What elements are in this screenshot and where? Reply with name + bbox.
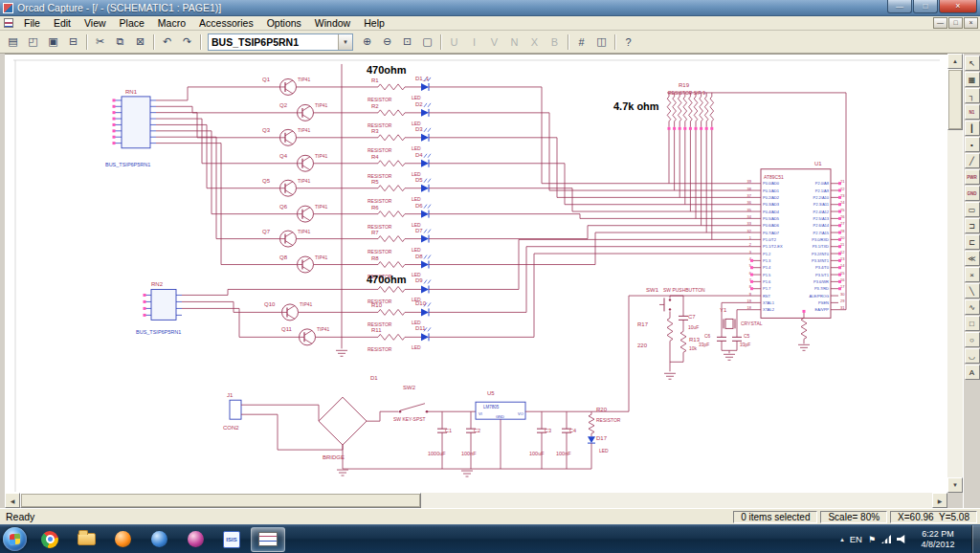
horizontal-scroll-track[interactable] (20, 493, 932, 508)
menu-window[interactable]: Window (308, 16, 357, 30)
svg-text:Q6: Q6 (279, 204, 288, 210)
schematic-canvas[interactable]: Q1TIP41R1RESISTORD1_1LEDQ2TIP41R2RESISTO… (5, 55, 947, 493)
language-indicator[interactable]: EN (850, 534, 862, 544)
place-bus-entry-tool[interactable]: ╱ (965, 153, 980, 168)
place-ground-tool[interactable]: GND (965, 186, 980, 201)
mdi-minimize-button[interactable]: — (933, 17, 947, 29)
zoom-in-button[interactable]: ⊕ (358, 33, 376, 51)
orcad-icon (258, 532, 278, 546)
print-button[interactable]: ⊟ (64, 33, 82, 51)
toolbar-separator (86, 34, 87, 50)
part-search-combo[interactable]: BUS_TSIP6P5RN1 ▼ (208, 33, 353, 51)
menu-options[interactable]: Options (260, 16, 308, 30)
volume-icon[interactable] (897, 535, 907, 543)
copy-button[interactable]: ⧉ (111, 33, 129, 51)
svg-text:D17: D17 (596, 435, 608, 441)
horizontal-scrollbar[interactable]: ◀ ▶ (5, 493, 947, 508)
minimize-button[interactable]: — (887, 0, 912, 13)
menu-help[interactable]: Help (357, 16, 391, 30)
place-junction-tool[interactable]: • (965, 137, 980, 152)
tray-chevron-icon[interactable]: ▴ (840, 536, 844, 543)
polyline-tool[interactable]: ∿ (965, 299, 980, 315)
toolbar-separator (440, 34, 441, 50)
svg-text:U1: U1 (814, 161, 822, 166)
menu-view[interactable]: View (78, 16, 113, 30)
menu-edit[interactable]: Edit (47, 16, 78, 30)
ellipse-tool[interactable]: ○ (965, 332, 980, 347)
snap-to-grid-button[interactable]: # (572, 33, 590, 51)
title-bar: Orcad Capture - [/ - (SCHEMATIC1 : PAGE1… (0, 0, 980, 16)
taskbar-media-player[interactable] (105, 527, 140, 552)
text-tool[interactable]: A (965, 365, 980, 380)
save-document-button[interactable]: ▣ (44, 33, 62, 51)
no-connect-tool[interactable]: × (965, 267, 980, 282)
vertical-scroll-thumb[interactable] (947, 69, 963, 130)
svg-text:P2.3/A11: P2.3/A11 (813, 202, 830, 207)
close-button[interactable]: × (939, 0, 977, 13)
place-part-tool[interactable]: ▦ (965, 72, 980, 87)
taskbar-chrome[interactable] (33, 527, 67, 552)
scroll-left-arrow[interactable]: ◀ (5, 493, 20, 508)
paste-button[interactable]: ⊠ (131, 33, 149, 51)
svg-text:TIP41: TIP41 (298, 229, 311, 234)
off-page-connector-tool[interactable]: ≪ (965, 251, 980, 266)
svg-text:D7: D7 (415, 228, 423, 233)
svg-text:P0.5/AD5: P0.5/AD5 (763, 216, 780, 221)
window-controls: —□× (886, 0, 977, 13)
zoom-area-button[interactable]: ⊡ (398, 33, 416, 51)
scroll-right-arrow[interactable]: ▶ (932, 493, 947, 508)
menu-macro[interactable]: Macro (151, 16, 192, 30)
select-tool[interactable]: ↖ (965, 55, 980, 71)
vertical-scrollbar[interactable]: ▲ ▼ (947, 54, 963, 508)
undo-button[interactable]: ↶ (158, 33, 176, 51)
taskbar-explorer[interactable] (69, 527, 103, 552)
taskbar-app-blue[interactable] (142, 527, 176, 552)
redo-button[interactable]: ↷ (178, 33, 196, 51)
hierarchical-port-tool[interactable]: ⊐ (965, 218, 980, 233)
place-bus-tool[interactable]: ┃ (965, 121, 980, 136)
menu-accessories[interactable]: Accessories (192, 16, 260, 30)
svg-text:SW1: SW1 (646, 287, 659, 293)
taskbar-isis[interactable]: ISIS (214, 527, 249, 552)
hierarchical-pin-tool[interactable]: ⊏ (965, 234, 980, 250)
svg-text:P2.4/A12: P2.4/A12 (813, 210, 830, 214)
taskbar-orcad[interactable] (251, 527, 285, 552)
hierarchical-block-tool[interactable]: ▭ (965, 202, 980, 217)
place-power-tool[interactable]: PWR (965, 169, 980, 185)
menu-place[interactable]: Place (113, 16, 151, 30)
taskbar-media-orb[interactable] (178, 527, 212, 552)
svg-text:C1: C1 (445, 428, 452, 433)
action-center-icon[interactable]: ⚑ (868, 535, 876, 544)
network-icon[interactable] (881, 535, 891, 543)
line-tool[interactable]: ╲ (965, 283, 980, 299)
new-design-button[interactable]: ▤ (4, 33, 22, 51)
help-button[interactable]: ? (619, 33, 637, 51)
clock-date: 4/8/2012 (913, 540, 963, 550)
clock[interactable]: 6:22 PM 4/8/2012 (913, 529, 963, 550)
horizontal-scroll-thumb[interactable] (20, 493, 421, 508)
schematic-page[interactable]: Q1TIP41R1RESISTORD1_1LEDQ2TIP41R2RESISTO… (5, 54, 947, 493)
place-wire-tool[interactable]: ┐ (965, 88, 980, 103)
maximize-button[interactable]: □ (913, 0, 938, 13)
cut-button[interactable]: ✂ (91, 33, 109, 51)
rectangle-tool[interactable]: □ (965, 316, 980, 331)
zoom-out-button[interactable]: ⊖ (378, 33, 396, 51)
mdi-restore-button[interactable]: □ (948, 17, 963, 29)
scroll-up-arrow[interactable]: ▲ (947, 54, 963, 69)
combo-dropdown-button[interactable]: ▼ (338, 34, 352, 50)
taskbar: ISIS ▴ EN ⚑ 6:22 PM 4/8/2012 (0, 524, 980, 553)
mdi-close-button[interactable]: × (964, 17, 978, 29)
svg-text:RESISTOR: RESISTOR (368, 147, 392, 153)
place-net-alias-tool[interactable]: N1 (965, 104, 980, 120)
arc-tool[interactable]: ◡ (965, 348, 980, 364)
project-manager-button[interactable]: ◫ (592, 33, 611, 51)
toolbar: ▤◰▣⊟✂⧉⊠↶↷ BUS_TSIP6P5RN1 ▼ ⊕⊖⊡▢UIVNXB#◫? (0, 31, 980, 54)
open-document-button[interactable]: ◰ (24, 33, 42, 51)
vertical-scroll-track[interactable] (947, 69, 963, 477)
svg-text:Q11: Q11 (281, 326, 293, 332)
menu-file[interactable]: File (17, 16, 47, 30)
zoom-all-button[interactable]: ▢ (418, 33, 436, 51)
start-button[interactable] (3, 527, 27, 551)
scroll-down-arrow[interactable]: ▼ (947, 477, 963, 493)
show-desktop-button[interactable] (971, 525, 980, 553)
